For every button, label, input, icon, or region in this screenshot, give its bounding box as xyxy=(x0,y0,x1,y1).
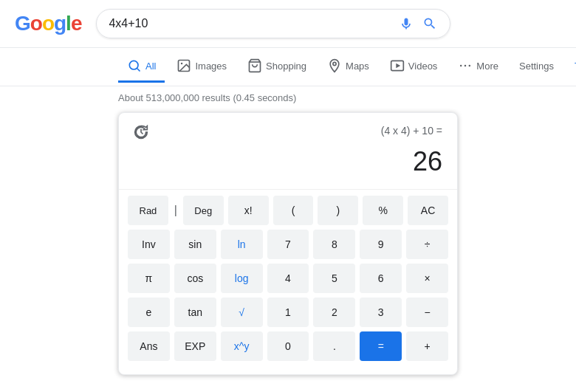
calc-btn-ans[interactable]: Ans xyxy=(128,331,170,361)
calc-btn--[interactable]: × xyxy=(406,264,448,293)
nav-item-maps[interactable]: Maps xyxy=(318,51,378,83)
calc-display: (4 x 4) + 10 = 26 xyxy=(119,113,457,190)
nav-right: Settings Tools xyxy=(510,53,576,81)
header: Google xyxy=(0,0,576,48)
calculator: (4 x 4) + 10 = 26 Rad|Degx!()%ACInvsinln… xyxy=(118,112,458,375)
logo-l: l xyxy=(66,12,71,35)
logo-o2: o xyxy=(42,12,54,35)
results-count: About 513,000,000 results (0.45 seconds) xyxy=(118,92,296,103)
results-info: About 513,000,000 results (0.45 seconds) xyxy=(0,86,576,112)
calc-btn-9[interactable]: 9 xyxy=(360,230,402,259)
calc-btn--[interactable]: ( xyxy=(273,196,314,225)
calc-btn-sin[interactable]: sin xyxy=(174,230,216,259)
calc-row-1: Invsinln789÷ xyxy=(128,230,448,259)
nav-label-images: Images xyxy=(195,61,227,72)
calc-row-3: etan√123− xyxy=(128,298,448,327)
calc-btn-1[interactable]: 1 xyxy=(267,298,309,327)
nav-item-videos[interactable]: Videos xyxy=(381,51,447,83)
calc-btn-5[interactable]: 5 xyxy=(313,264,355,293)
calc-btn--[interactable]: − xyxy=(406,298,448,327)
nav-item-more[interactable]: More xyxy=(449,51,507,83)
calc-btn-7[interactable]: 7 xyxy=(267,230,309,259)
nav-label-more: More xyxy=(476,61,498,72)
calc-btn-0[interactable]: 0 xyxy=(267,331,309,361)
nav-item-all[interactable]: All xyxy=(118,51,165,83)
calc-btn-4[interactable]: 4 xyxy=(267,264,309,293)
calc-sep-0-1: | xyxy=(173,196,179,225)
nav-label-all: All xyxy=(145,61,156,72)
nav-item-images[interactable]: Images xyxy=(168,51,236,83)
calc-btn--[interactable]: √ xyxy=(221,298,263,327)
nav-bar: All Images Shopping Maps Videos More Set… xyxy=(0,48,576,86)
calc-btn--[interactable]: π xyxy=(128,264,170,293)
calc-row-4: AnsEXPx^y0.=+ xyxy=(128,331,448,361)
search-icon[interactable] xyxy=(422,16,438,32)
nav-item-settings[interactable]: Settings xyxy=(510,53,563,81)
calc-btn-6[interactable]: 6 xyxy=(360,264,402,293)
calc-btn-2[interactable]: 2 xyxy=(313,298,355,327)
calc-btn-cos[interactable]: cos xyxy=(174,264,216,293)
calc-btn-inv[interactable]: Inv xyxy=(128,230,170,259)
logo-o1: o xyxy=(30,12,42,35)
search-icons xyxy=(398,16,438,32)
calc-btn-x-[interactable]: x! xyxy=(228,196,269,225)
calc-buttons: Rad|Degx!()%ACInvsinln789÷πcoslog456×eta… xyxy=(119,190,457,374)
calc-btn--[interactable]: % xyxy=(363,196,403,225)
calc-btn--[interactable]: ÷ xyxy=(406,230,448,259)
calc-top-row: (4 x 4) + 10 = xyxy=(134,125,442,143)
history-icon[interactable] xyxy=(134,125,148,143)
svg-marker-7 xyxy=(396,63,400,69)
google-logo: Google xyxy=(15,12,81,35)
calc-row-0: Rad|Degx!()%AC xyxy=(128,196,448,225)
calc-btn--[interactable]: . xyxy=(313,331,355,361)
nav-item-tools[interactable]: Tools xyxy=(566,53,576,81)
calc-btn-tan[interactable]: tan xyxy=(174,298,216,327)
search-bar xyxy=(96,9,450,38)
calc-result: 26 xyxy=(134,143,442,177)
calc-btn-deg[interactable]: Deg xyxy=(183,196,224,225)
calc-btn-e[interactable]: e xyxy=(128,298,170,327)
svg-point-5 xyxy=(333,62,336,65)
svg-line-1 xyxy=(137,69,140,72)
mic-icon[interactable] xyxy=(398,16,414,32)
svg-point-3 xyxy=(181,63,183,65)
search-input[interactable] xyxy=(109,17,391,30)
logo-g: G xyxy=(15,12,30,35)
calc-btn-3[interactable]: 3 xyxy=(360,298,402,327)
nav-item-shopping[interactable]: Shopping xyxy=(239,51,315,83)
calc-btn-log[interactable]: log xyxy=(221,264,263,293)
calc-btn--[interactable]: ) xyxy=(318,196,358,225)
settings-label: Settings xyxy=(519,61,554,72)
svg-point-10 xyxy=(469,65,471,67)
svg-point-9 xyxy=(464,65,467,67)
calc-btn-exp[interactable]: EXP xyxy=(174,331,216,361)
calc-btn-ac[interactable]: AC xyxy=(408,196,448,225)
calc-btn--[interactable]: + xyxy=(406,331,448,361)
calc-btn-rad[interactable]: Rad xyxy=(128,196,168,225)
calc-btn-8[interactable]: 8 xyxy=(313,230,355,259)
svg-point-8 xyxy=(460,65,462,67)
calc-expression: (4 x 4) + 10 = xyxy=(381,125,442,137)
nav-label-shopping: Shopping xyxy=(266,61,306,72)
calc-btn-ln[interactable]: ln xyxy=(221,230,263,259)
logo-g2: g xyxy=(54,12,66,35)
nav-label-videos: Videos xyxy=(408,61,438,72)
nav-label-maps: Maps xyxy=(346,61,369,72)
logo-e: e xyxy=(71,12,82,35)
calc-row-2: πcoslog456× xyxy=(128,264,448,293)
calc-btn-x-y[interactable]: x^y xyxy=(221,331,263,361)
svg-point-0 xyxy=(129,61,138,69)
calc-btn--[interactable]: = xyxy=(360,331,402,361)
